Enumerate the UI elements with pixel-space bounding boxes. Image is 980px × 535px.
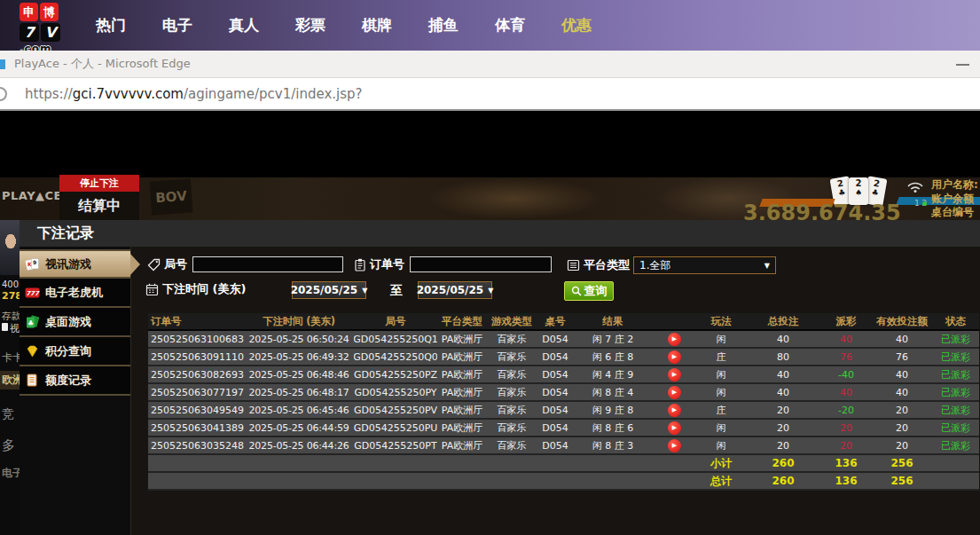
cell-order-no: 250525063091110 (148, 349, 244, 365)
cell-payout: -20 (820, 402, 872, 418)
cell-payout: 20 (820, 437, 872, 453)
nav-item-6[interactable]: 体育 (495, 15, 525, 35)
cell-payout: -40 (820, 366, 872, 382)
sidebar-item-label: 额度记录 (45, 373, 91, 389)
replay-button[interactable]: ▶ (668, 404, 681, 417)
replay-button[interactable]: ▶ (668, 333, 681, 346)
cell-platform-type: PA欧洲厅 (437, 366, 487, 382)
nav-item-2[interactable]: 真人 (229, 15, 259, 35)
wifi-icon (906, 179, 924, 197)
cell-platform-type: PA欧洲厅 (437, 331, 487, 347)
cell-status (932, 473, 979, 489)
search-button[interactable]: 查询 (564, 281, 614, 301)
nav-item-1[interactable]: 电子 (162, 15, 192, 35)
table-header-cell: 平台类型 (437, 315, 487, 328)
cell-order-no: 250525063049549 (148, 402, 244, 418)
calendar-icon (145, 283, 159, 296)
cell-round-no: GD054255250PY (354, 384, 437, 400)
logo-tiles: 7 V (20, 21, 64, 42)
bov-sign: BOV (150, 178, 193, 215)
cell-round-no: GD054255250Q0 (354, 349, 437, 365)
nav-item-3[interactable]: 彩票 (295, 15, 325, 35)
cell-status: 已派彩 (932, 331, 979, 347)
cell-payout: 76 (820, 349, 872, 365)
round-filter-group: 局号 (147, 256, 343, 272)
cell-result: 闲 6 庄 8 (574, 349, 652, 365)
site-logo[interactable]: 申 博 7 V .com (20, 3, 64, 55)
summary-label: 小计 (696, 455, 746, 471)
cell-round-no: GD054255250PZ (354, 366, 437, 382)
cell-game-type: 百家乐 (487, 384, 537, 400)
cell-table-no: D054 (537, 349, 574, 365)
address-url[interactable]: https://gci.7vvvvvv.com/agingame/pcv1/in… (25, 86, 363, 102)
date-from-select[interactable]: 2025/05/25 ▼ (292, 281, 366, 299)
replay-button[interactable]: ▶ (668, 350, 681, 364)
cell-order-no: 250525063082693 (148, 366, 244, 382)
sidebar-item-label: 电子老虎机 (45, 285, 103, 301)
order-number-input[interactable] (410, 256, 552, 272)
cell-round-no (354, 455, 437, 471)
logo-tile-7: 7 (20, 23, 39, 42)
nav-item-4[interactable]: 棋牌 (362, 15, 392, 35)
search-icon (571, 286, 582, 296)
sidebar-item-points[interactable]: 积分查询 (20, 337, 130, 366)
cell-table-no: D054 (537, 366, 574, 382)
cell-table-no: D054 (537, 384, 574, 400)
caret-down-icon: ▼ (362, 287, 367, 295)
main-nav-menu: 热门电子真人彩票棋牌捕鱼体育优惠 (96, 0, 592, 51)
table-header-cell: 局号 (354, 315, 437, 328)
url-path: /agingame/pcv1/index.jsp? (184, 86, 363, 102)
platform-list-icon (567, 259, 580, 271)
cell-replay (652, 455, 696, 471)
page-reload-icon[interactable] (0, 87, 7, 101)
cell-bet-time: 2025-05-25 06:45:46 (244, 402, 354, 418)
cell-bet-time: 2025-05-25 06:49:32 (244, 349, 354, 365)
bet-records-table: 订单号下注时间 (美东)局号平台类型游戏类型桌号结果玩法总投注派彩有效投注额状态… (148, 313, 979, 491)
cell-total-bet: 40 (746, 331, 820, 347)
account-info-line: 账户余额 (931, 193, 978, 207)
cell-table-no (537, 455, 574, 471)
cell-game-type (487, 473, 537, 489)
background-left-item: 视 (2, 322, 20, 335)
replay-button[interactable]: ▶ (668, 386, 681, 399)
nav-item-7[interactable]: 优惠 (561, 15, 592, 35)
cell-platform-type: PA欧洲厅 (437, 402, 487, 418)
cell-bet-type: 闲 (696, 366, 746, 382)
sidebar-item-slots[interactable]: 777电子老虎机 (20, 279, 130, 308)
replay-button[interactable]: ▶ (668, 439, 681, 452)
playace-brand: PLAY▲CE (2, 189, 62, 202)
cell-table-no: D054 (537, 331, 574, 347)
sidebar-item-table-games[interactable]: ♣桌面游戏 (20, 308, 130, 337)
minimize-icon[interactable] (956, 64, 969, 66)
nav-item-5[interactable]: 捕鱼 (428, 15, 459, 35)
date-to-select[interactable]: 2025/05/25 ▼ (418, 281, 492, 299)
edge-window-icon (0, 59, 5, 69)
cell-platform-type: PA欧洲厅 (437, 384, 487, 400)
cell-order-no (148, 455, 244, 471)
cell-replay: ▶ (652, 349, 696, 365)
casino-video-strip: PLAY▲CE 停止下注 结算中 BOV 2♣2♠2♣ 3,689,674.35… (0, 177, 980, 220)
cell-bet-type: 闲 (696, 420, 746, 436)
cell-valid-bet: 76 (872, 349, 932, 365)
round-number-input[interactable] (192, 256, 343, 272)
cell-status (932, 455, 979, 471)
site-navbar: 申 博 7 V .com 热门电子真人彩票棋牌捕鱼体育优惠 (0, 0, 980, 51)
sidebar-item-quota[interactable]: 额度记录 (20, 366, 130, 396)
cell-status: 已派彩 (932, 437, 979, 453)
cell-table-no: D054 (537, 437, 574, 453)
replay-button[interactable]: ▶ (668, 368, 681, 382)
modal-sidebar: K9视讯游戏777电子老虎机♣桌面游戏积分查询额度记录 (20, 247, 131, 535)
cell-valid-bet: 20 (872, 437, 932, 453)
cell-replay: ▶ (652, 366, 696, 382)
avatar (0, 220, 21, 275)
nav-item-0[interactable]: 热门 (96, 15, 126, 35)
address-bar[interactable]: https://gci.7vvvvvv.com/agingame/pcv1/in… (0, 78, 980, 111)
card-rank: 2 (856, 179, 862, 188)
replay-button[interactable]: ▶ (668, 421, 681, 435)
search-button-label: 查询 (584, 283, 608, 299)
sidebar-item-label: 积分查询 (45, 343, 91, 359)
logo-badge-shen: 申 (20, 3, 38, 21)
platform-type-select[interactable]: 1.全部 ▼ (633, 256, 776, 274)
table-header-cell: 有效投注额 (872, 315, 932, 328)
sidebar-item-video-games[interactable]: K9视讯游戏 (20, 249, 130, 279)
